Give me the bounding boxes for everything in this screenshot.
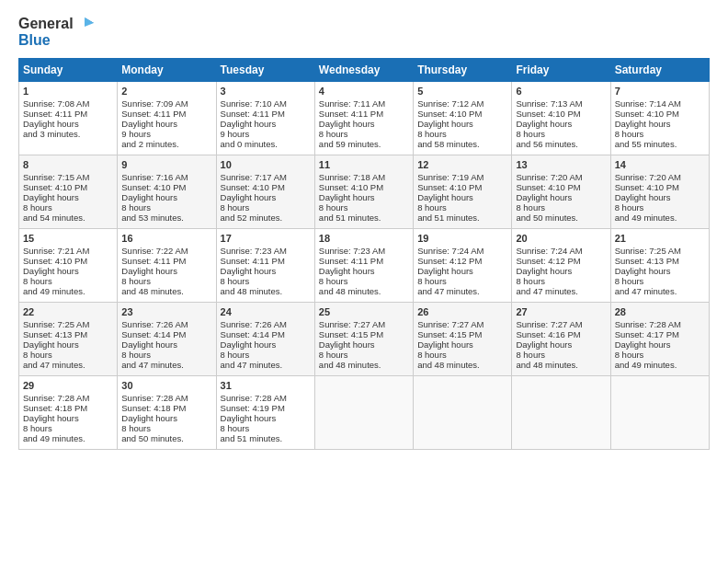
logo-blue: Blue xyxy=(18,32,51,49)
cell-14: 14Sunrise: 7:20 AMSunset: 4:10 PMDayligh… xyxy=(610,155,709,229)
cell-28: 28Sunrise: 7:28 AMSunset: 4:17 PMDayligh… xyxy=(610,303,709,376)
header-sunday: Sunday xyxy=(19,59,118,82)
cell-7: 7Sunrise: 7:14 AMSunset: 4:10 PMDaylight… xyxy=(610,82,709,155)
calendar-table: SundayMondayTuesdayWednesdayThursdayFrid… xyxy=(18,58,710,450)
cell-1: 1Sunrise: 7:08 AMSunset: 4:11 PMDaylight… xyxy=(19,82,118,155)
header-thursday: Thursday xyxy=(414,59,512,82)
cell-22: 22Sunrise: 7:25 AMSunset: 4:13 PMDayligh… xyxy=(19,303,118,376)
cell-4: 4Sunrise: 7:11 AMSunset: 4:11 PMDaylight… xyxy=(314,82,413,155)
cell-21: 21Sunrise: 7:25 AMSunset: 4:13 PMDayligh… xyxy=(610,229,709,303)
cell-19: 19Sunrise: 7:24 AMSunset: 4:12 PMDayligh… xyxy=(414,229,512,303)
header-wednesday: Wednesday xyxy=(314,59,413,82)
cell-16: 16Sunrise: 7:22 AMSunset: 4:11 PMDayligh… xyxy=(118,229,216,303)
cell-3: 3Sunrise: 7:10 AMSunset: 4:11 PMDaylight… xyxy=(216,82,314,155)
cell-25: 25Sunrise: 7:27 AMSunset: 4:15 PMDayligh… xyxy=(314,303,413,376)
cell-5: 5Sunrise: 7:12 AMSunset: 4:10 PMDaylight… xyxy=(414,82,512,155)
logo: General Blue xyxy=(18,14,96,49)
logo-bird-icon xyxy=(75,14,96,34)
header: General Blue xyxy=(18,14,710,49)
empty-cell xyxy=(414,376,512,450)
cell-24: 24Sunrise: 7:26 AMSunset: 4:14 PMDayligh… xyxy=(216,303,314,376)
cell-23: 23Sunrise: 7:26 AMSunset: 4:14 PMDayligh… xyxy=(118,303,216,376)
header-saturday: Saturday xyxy=(610,59,709,82)
cell-29: 29Sunrise: 7:28 AMSunset: 4:18 PMDayligh… xyxy=(19,376,118,450)
cell-26: 26Sunrise: 7:27 AMSunset: 4:15 PMDayligh… xyxy=(414,303,512,376)
header-tuesday: Tuesday xyxy=(216,59,314,82)
cell-13: 13Sunrise: 7:20 AMSunset: 4:10 PMDayligh… xyxy=(512,155,610,229)
header-friday: Friday xyxy=(512,59,610,82)
empty-cell xyxy=(610,376,709,450)
cell-27: 27Sunrise: 7:27 AMSunset: 4:16 PMDayligh… xyxy=(512,303,610,376)
empty-cell xyxy=(314,376,413,450)
cell-20: 20Sunrise: 7:24 AMSunset: 4:12 PMDayligh… xyxy=(512,229,610,303)
cell-11: 11Sunrise: 7:18 AMSunset: 4:10 PMDayligh… xyxy=(314,155,413,229)
page: General Blue SundayMondayTuesdayWednesda… xyxy=(0,0,728,459)
cell-31: 31Sunrise: 7:28 AMSunset: 4:19 PMDayligh… xyxy=(216,376,314,450)
cell-9: 9Sunrise: 7:16 AMSunset: 4:10 PMDaylight… xyxy=(118,155,216,229)
logo-general: General xyxy=(18,16,74,32)
cell-30: 30Sunrise: 7:28 AMSunset: 4:18 PMDayligh… xyxy=(118,376,216,450)
header-monday: Monday xyxy=(118,59,216,82)
empty-cell xyxy=(512,376,610,450)
cell-12: 12Sunrise: 7:19 AMSunset: 4:10 PMDayligh… xyxy=(414,155,512,229)
cell-18: 18Sunrise: 7:23 AMSunset: 4:11 PMDayligh… xyxy=(314,229,413,303)
cell-8: 8Sunrise: 7:15 AMSunset: 4:10 PMDaylight… xyxy=(19,155,118,229)
cell-15: 15Sunrise: 7:21 AMSunset: 4:10 PMDayligh… xyxy=(19,229,118,303)
cell-6: 6Sunrise: 7:13 AMSunset: 4:10 PMDaylight… xyxy=(512,82,610,155)
cell-2: 2Sunrise: 7:09 AMSunset: 4:11 PMDaylight… xyxy=(118,82,216,155)
cell-17: 17Sunrise: 7:23 AMSunset: 4:11 PMDayligh… xyxy=(216,229,314,303)
cell-10: 10Sunrise: 7:17 AMSunset: 4:10 PMDayligh… xyxy=(216,155,314,229)
svg-marker-1 xyxy=(85,17,94,27)
